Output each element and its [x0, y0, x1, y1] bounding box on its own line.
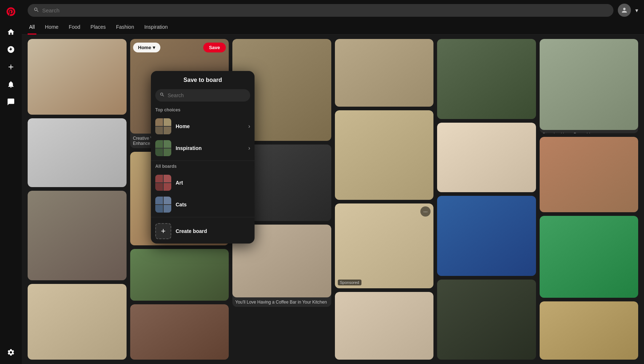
pin-card[interactable] [437, 196, 536, 276]
sidebar [0, 0, 22, 364]
board-item-cats[interactable]: Cats [151, 194, 255, 215]
pin-column-3: Create A Zen Japandi Room - Edward Georg… [335, 39, 434, 360]
create-board-item[interactable]: + Create board [151, 219, 255, 244]
pin-card[interactable] [28, 284, 127, 360]
pin-label: You'll Love Having a Coffee Bar in Your … [232, 297, 331, 307]
sidebar-item-home[interactable] [4, 25, 18, 39]
top-choices-label: Top choices [151, 106, 255, 115]
tab-food[interactable]: Food [67, 20, 82, 35]
pin-card[interactable] [437, 39, 536, 119]
pin-card[interactable] [130, 249, 229, 301]
modal-search-input[interactable] [168, 92, 246, 98]
tab-places[interactable]: Places [89, 20, 107, 35]
user-avatar[interactable] [618, 4, 631, 17]
pin-card[interactable] [335, 39, 434, 107]
pinterest-logo[interactable] [4, 4, 18, 19]
all-boards-label: All boards [151, 162, 255, 172]
sidebar-item-notifications[interactable] [4, 77, 18, 92]
board-thumbnail-home [155, 118, 171, 134]
modal-search-bar[interactable] [155, 89, 250, 102]
header: ▾ [22, 0, 644, 20]
pin-card[interactable] [540, 301, 639, 360]
pin-save-button[interactable]: Save [203, 43, 226, 52]
pin-card[interactable]: Sponsored ··· [335, 203, 434, 288]
sidebar-item-settings[interactable] [4, 345, 18, 360]
pin-column-0 [28, 39, 127, 360]
modal-divider-2 [151, 217, 255, 217]
create-board-label: Create board [176, 228, 207, 234]
board-thumbnail-art [155, 175, 171, 191]
pin-card[interactable] [28, 191, 127, 280]
tab-inspiration[interactable]: Inspiration [143, 20, 169, 35]
board-arrow-icon: › [248, 123, 250, 130]
board-thumbnail-cats [155, 197, 171, 213]
home-label: Home [138, 45, 151, 50]
pin-card[interactable] [28, 39, 127, 115]
modal-search-icon [160, 92, 165, 99]
create-plus-icon: + [155, 223, 171, 239]
pin-home-button[interactable]: Home ▾ [133, 43, 160, 52]
tab-fashion[interactable]: Fashion [115, 20, 136, 35]
pin-card[interactable] [335, 292, 434, 360]
pin-card[interactable] [437, 280, 536, 360]
sponsored-tag: Sponsored [338, 280, 361, 285]
search-bar[interactable] [28, 4, 613, 17]
pin-card[interactable] [540, 137, 639, 212]
pin-card[interactable] [130, 304, 229, 360]
board-name-inspiration: Inspiration [176, 145, 244, 151]
chevron-down-icon: ▾ [153, 45, 155, 50]
search-icon [33, 7, 39, 14]
main-content: ▾ All Home Food Places Fashion Inspirati… [22, 0, 644, 364]
sidebar-item-create[interactable] [4, 60, 18, 74]
tab-all[interactable]: All [28, 20, 36, 35]
pin-label: Stunning Home Decor Ideas... [540, 130, 639, 133]
pin-column-4 [437, 39, 536, 360]
save-to-board-modal: Save to board Top choices Home › [151, 71, 255, 244]
pin-card[interactable] [28, 118, 127, 187]
profile-chevron[interactable]: ▾ [635, 7, 638, 14]
board-arrow-icon: › [248, 145, 250, 151]
search-input[interactable] [42, 7, 608, 13]
pin-grid: Creative Ways to Cover Sliding Patio Doo… [22, 35, 644, 364]
tab-home[interactable]: Home [44, 20, 60, 35]
board-item-inspiration[interactable]: Inspiration › [151, 137, 255, 159]
nav-tabs: All Home Food Places Fashion Inspiration [22, 20, 644, 35]
board-item-art[interactable]: Art [151, 172, 255, 194]
pin-card[interactable]: Stunning Home Decor Ideas... [540, 39, 639, 133]
pin-card[interactable] [540, 216, 639, 298]
sidebar-item-explore[interactable] [4, 42, 18, 57]
board-item-home[interactable]: Home › [151, 115, 255, 137]
board-thumbnail-inspiration [155, 140, 171, 156]
more-options-button[interactable]: ··· [420, 206, 431, 217]
board-name-home: Home [176, 123, 244, 129]
board-name-cats: Cats [176, 202, 250, 207]
sidebar-item-messages[interactable] [4, 95, 18, 109]
pin-card[interactable] [437, 123, 536, 192]
modal-title: Save to board [151, 71, 255, 89]
pin-card[interactable]: Create A Zen Japandi Room - Edward Georg… [335, 110, 434, 199]
modal-divider [151, 161, 255, 161]
pin-column-5: Stunning Home Decor Ideas... [540, 39, 639, 360]
board-name-art: Art [176, 180, 250, 186]
